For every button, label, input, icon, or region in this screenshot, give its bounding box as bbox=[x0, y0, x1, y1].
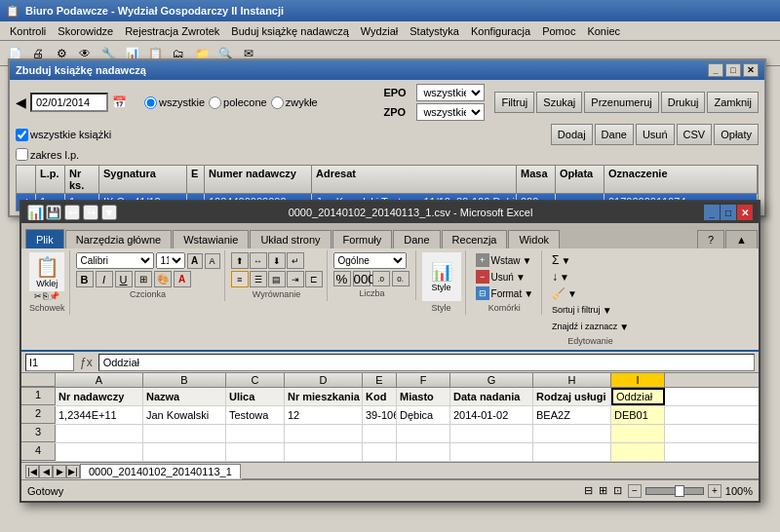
border-btn[interactable]: ⊞ bbox=[135, 271, 152, 287]
cell-e4[interactable] bbox=[363, 443, 397, 461]
epo-select[interactable]: wszystkie bbox=[416, 84, 485, 101]
cell-f2[interactable]: Dębica bbox=[397, 406, 450, 424]
tab-uklad[interactable]: Układ strony bbox=[250, 230, 331, 248]
cell-g1[interactable]: Data nadania bbox=[450, 388, 533, 405]
dec-dec-btn[interactable]: 0. bbox=[392, 271, 410, 286]
sheet-tab-1[interactable]: 0000_20140102_20140113_1 bbox=[80, 464, 241, 478]
cell-i1[interactable]: Oddział bbox=[611, 388, 665, 405]
cell-a1[interactable]: Nr nadawczy bbox=[56, 388, 143, 405]
cell-e1[interactable]: Kod bbox=[363, 388, 397, 405]
zoom-out-btn[interactable]: − bbox=[628, 484, 642, 498]
cell-ref-display[interactable]: I1 bbox=[25, 354, 74, 371]
sheet-nav-next[interactable]: ▶ bbox=[53, 465, 66, 478]
tab-formuly[interactable]: Formuły bbox=[332, 230, 393, 248]
font-shrink-btn[interactable]: A bbox=[205, 253, 220, 269]
cell-g4[interactable] bbox=[450, 443, 533, 461]
col-header-h[interactable]: H bbox=[533, 373, 611, 387]
cell-a2[interactable]: 1,2344E+11 bbox=[56, 406, 143, 424]
menu-kontroli[interactable]: Kontroli bbox=[4, 24, 52, 38]
radio-all[interactable] bbox=[144, 96, 157, 109]
copy-btn[interactable]: ⎘ bbox=[43, 291, 48, 301]
tab-narzedzia[interactable]: Narzędzia główne bbox=[65, 230, 172, 248]
cell-a4[interactable] bbox=[56, 443, 143, 461]
radio-polecone[interactable] bbox=[209, 96, 221, 109]
filtruj-btn[interactable]: Filtruj bbox=[494, 92, 534, 113]
tab-recenzja[interactable]: Recenzja bbox=[442, 230, 508, 248]
szukaj-btn[interactable]: Szukaj bbox=[536, 92, 582, 113]
dodaj-btn[interactable]: Dodaj bbox=[551, 124, 593, 145]
dane-btn[interactable]: Dane bbox=[595, 124, 634, 145]
tab-dane[interactable]: Dane bbox=[393, 230, 440, 248]
calendar-icon[interactable]: 📅 bbox=[112, 95, 127, 109]
merge-btn[interactable]: ⊏ bbox=[305, 271, 323, 287]
col-header-i[interactable]: I bbox=[611, 373, 665, 387]
col-header-e[interactable]: E bbox=[363, 373, 397, 387]
cell-f1[interactable]: Miasto bbox=[397, 388, 450, 405]
col-header-c[interactable]: C bbox=[226, 373, 285, 387]
col-header-f[interactable]: F bbox=[397, 373, 450, 387]
usun-btn[interactable]: Usuń bbox=[636, 124, 675, 145]
insert-row-btn[interactable]: + Wstaw ▼ bbox=[472, 252, 536, 268]
sort-filter-btn[interactable]: Sortuj i filtruj ▼ bbox=[548, 302, 615, 318]
zoom-in-btn[interactable]: + bbox=[708, 484, 722, 498]
format-row-btn[interactable]: ⊟ Format ▼ bbox=[472, 285, 538, 301]
cell-h2[interactable]: BEA2Z bbox=[533, 406, 611, 424]
cell-i2[interactable]: DEB01 bbox=[611, 406, 665, 424]
date-input[interactable] bbox=[30, 93, 108, 112]
wszystkie-ksiazki-checkbox[interactable] bbox=[16, 129, 28, 141]
dialog-maximize-btn[interactable]: □ bbox=[725, 63, 741, 77]
formula-input[interactable]: Oddział bbox=[98, 354, 755, 371]
italic-btn[interactable]: I bbox=[96, 271, 113, 287]
thousand-btn[interactable]: 000 bbox=[353, 271, 370, 286]
cell-d2[interactable]: 12 bbox=[285, 406, 363, 424]
cell-c4[interactable] bbox=[226, 443, 285, 461]
cell-h4[interactable] bbox=[533, 443, 611, 461]
sheet-nav-prev[interactable]: ◀ bbox=[39, 465, 53, 478]
align-bot-btn[interactable]: ⬇ bbox=[268, 252, 286, 269]
cell-d3[interactable] bbox=[285, 425, 363, 442]
cell-d4[interactable] bbox=[285, 443, 363, 461]
wrap-btn[interactable]: ↵ bbox=[287, 252, 304, 269]
tab-widok[interactable]: Widok bbox=[508, 230, 560, 248]
fill-color-btn[interactable]: 🎨 bbox=[154, 271, 172, 287]
excel-maximize-btn[interactable]: □ bbox=[721, 205, 736, 220]
cell-b2[interactable]: Jan Kowalski bbox=[143, 406, 226, 424]
zamknij-btn[interactable]: Zamknij bbox=[707, 92, 759, 113]
align-mid-btn[interactable]: ↔ bbox=[250, 252, 267, 269]
number-format-select[interactable]: Ogólne bbox=[333, 252, 407, 269]
cell-c1[interactable]: Ulica bbox=[226, 388, 285, 405]
view-page-icon[interactable]: ⊡ bbox=[613, 484, 622, 497]
zpo-select[interactable]: wszystkie bbox=[416, 103, 485, 121]
cell-i3[interactable] bbox=[611, 425, 665, 442]
menu-pomoc[interactable]: Pomoc bbox=[536, 24, 581, 38]
oplaty-btn[interactable]: Opłaty bbox=[714, 124, 759, 145]
cell-e2[interactable]: 39-106 bbox=[363, 406, 397, 424]
csv-btn[interactable]: CSV bbox=[677, 124, 713, 145]
indent-btn[interactable]: ⇥ bbox=[287, 271, 304, 287]
qat-save-btn[interactable]: 💾 bbox=[46, 205, 61, 220]
col-header-b[interactable]: B bbox=[143, 373, 226, 387]
cell-c3[interactable] bbox=[226, 425, 285, 442]
view-normal-icon[interactable]: ⊟ bbox=[584, 484, 593, 497]
excel-minimize-btn[interactable]: _ bbox=[704, 205, 720, 220]
cell-d1[interactable]: Nr mieszkania bbox=[285, 388, 363, 405]
font-color-btn[interactable]: A bbox=[174, 271, 191, 287]
cell-e3[interactable] bbox=[363, 425, 397, 442]
font-grow-btn[interactable]: A bbox=[187, 253, 203, 269]
tab-collapse[interactable]: ▲ bbox=[725, 230, 758, 248]
wszystkie-ksiazki-label[interactable]: wszystkie książki bbox=[16, 129, 111, 141]
fill-btn[interactable]: ↓ ▼ bbox=[548, 269, 573, 285]
wklej-btn[interactable]: 📋 Wklej bbox=[29, 252, 64, 291]
menu-rejestracja[interactable]: Rejestracja Zwrotek bbox=[119, 24, 225, 38]
bold-btn[interactable]: B bbox=[76, 271, 94, 287]
radio-zwykle[interactable] bbox=[271, 96, 284, 109]
nav-back-icon[interactable]: ◀ bbox=[16, 95, 26, 110]
qat-redo-btn[interactable]: ↪ bbox=[83, 205, 98, 220]
menu-statystyka[interactable]: Statystyka bbox=[404, 24, 465, 38]
radio-all-label[interactable]: wszystkie bbox=[144, 96, 205, 109]
menu-skorowidze[interactable]: Skorowidze bbox=[52, 24, 119, 38]
col-header-a[interactable]: A bbox=[56, 373, 143, 387]
zakres-lp-checkbox[interactable] bbox=[16, 148, 28, 161]
zoom-slider[interactable] bbox=[645, 487, 704, 495]
cell-a3[interactable] bbox=[56, 425, 143, 442]
